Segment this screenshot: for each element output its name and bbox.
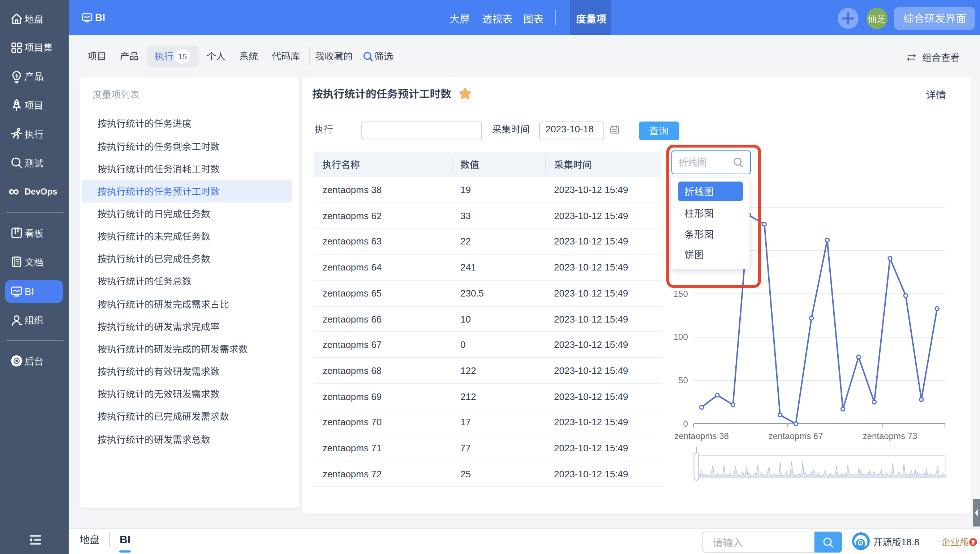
svg-text:50: 50 (678, 375, 688, 385)
svg-text:zentaopms 73: zentaopms 73 (863, 431, 918, 441)
svg-text:100: 100 (674, 332, 688, 342)
svg-text:150: 150 (674, 289, 688, 299)
svg-text:zentaopms 67: zentaopms 67 (768, 431, 823, 441)
svg-text:zentaopms 38: zentaopms 38 (674, 431, 729, 441)
svg-text:0: 0 (683, 419, 688, 428)
